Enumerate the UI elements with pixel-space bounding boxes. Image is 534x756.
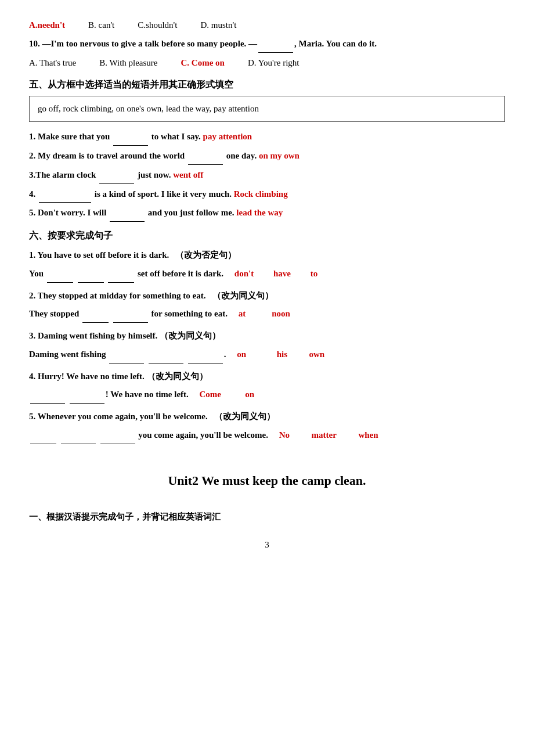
section5-title: 五、从方框中选择适当的短语并用其正确形式填空 bbox=[29, 79, 505, 91]
q10-blank bbox=[258, 36, 293, 53]
section6-title: 六、按要求完成句子 bbox=[29, 230, 505, 242]
s6-q2-original: 2. They stopped at midday for something … bbox=[29, 287, 505, 304]
s6-q4-ans2: on bbox=[245, 390, 254, 399]
phrase-box: go off, rock climbing, on one's own, lea… bbox=[29, 96, 505, 122]
q10-opt-d: D. You're right bbox=[248, 55, 300, 71]
unit-title: Unit2 We must keep the camp clean. bbox=[29, 473, 505, 488]
s6-q1-original: 1. You have to set off before it is dark… bbox=[29, 247, 505, 264]
s5-q3-answer: went off bbox=[173, 170, 203, 179]
s5-q2-answer: on my own bbox=[259, 151, 300, 160]
s5-q4-answer: Rock climbing bbox=[234, 189, 288, 199]
s6-q4-ans1: Come bbox=[200, 390, 222, 399]
s5-q5-blank bbox=[110, 205, 145, 222]
q10-opt-c: C. Come on bbox=[181, 55, 225, 71]
s6-q3-answer-row: Daming went fishing . on his own bbox=[29, 347, 505, 363]
s6-q2-ans1: at bbox=[239, 309, 246, 318]
option-b-cant: B. can't bbox=[88, 17, 114, 34]
option-c-shouldnt: C.shouldn't bbox=[138, 17, 177, 34]
s6-q1-blank3 bbox=[108, 266, 134, 283]
s6-q3-original: 3. Daming went fishing by himself. （改为同义… bbox=[29, 327, 505, 344]
section1-title: 一、根据汉语提示完成句子，并背记相应英语词汇 bbox=[29, 512, 505, 523]
s6-q3-ans3: own bbox=[309, 350, 324, 359]
s6-q2-blank2 bbox=[113, 306, 148, 323]
q10-text: 10. —I'm too nervous to give a talk befo… bbox=[29, 39, 377, 48]
s5-q3-blank bbox=[99, 167, 134, 184]
s6-q1-ans1: don't bbox=[234, 269, 254, 278]
page-number: 3 bbox=[29, 540, 505, 550]
s5-q1: 1. Make sure that you to what I say. pay… bbox=[29, 129, 505, 146]
q10-opt-b: B. With pleasure bbox=[99, 55, 157, 71]
s5-q5-answer: lead the way bbox=[236, 208, 283, 217]
s6-q4-blank2 bbox=[70, 387, 104, 404]
s6-q5-ans2: matter bbox=[312, 430, 337, 440]
s6-q5-blank1 bbox=[30, 427, 56, 444]
s6-q5-blank2 bbox=[61, 427, 96, 444]
s5-q2-blank bbox=[188, 148, 223, 165]
s6-q2-ans2: noon bbox=[272, 309, 290, 318]
box-content: go off, rock climbing, on one's own, lea… bbox=[38, 104, 259, 113]
s6-q5-blank3 bbox=[100, 427, 135, 444]
s5-q3: 3.The alarm clock just now. went off bbox=[29, 167, 505, 184]
s6-q3-blank1 bbox=[109, 347, 144, 363]
s6-q2-blank1 bbox=[82, 306, 109, 323]
s6-q5-answer-row: you come again, you'll be welcome. No ma… bbox=[29, 427, 505, 444]
s6-q1-blank2 bbox=[78, 266, 104, 283]
s6-q1-answer-row: You set off before it is dark. don't hav… bbox=[29, 266, 505, 283]
s5-q4: 4. is a kind of sport. I like it very mu… bbox=[29, 186, 505, 203]
option-d-mustnt: D. mustn't bbox=[200, 17, 236, 34]
s6-q1-blank1 bbox=[47, 266, 73, 283]
s6-q4-answer-row: ! We have no time left. Come on bbox=[29, 387, 505, 404]
s5-q1-answer: pay attention bbox=[203, 132, 252, 141]
q10-options-row: A. That's true B. With pleasure C. Come … bbox=[29, 55, 505, 71]
s6-q3-blank2 bbox=[149, 347, 183, 363]
s6-q1-ans3: to bbox=[311, 269, 318, 278]
top-options-row: A.needn't B. can't C.shouldn't D. mustn'… bbox=[29, 17, 505, 34]
s5-q5: 5. Don't worry. I will and you just foll… bbox=[29, 205, 505, 222]
s5-q2: 2. My dream is to travel around the worl… bbox=[29, 148, 505, 165]
s6-q1-ans2: have bbox=[273, 269, 291, 278]
s5-q4-blank bbox=[39, 186, 91, 203]
s6-q5-ans1: No bbox=[279, 430, 290, 440]
question-10: 10. —I'm too nervous to give a talk befo… bbox=[29, 36, 505, 53]
s6-q5-original: 5. Whenever you come again, you'll be we… bbox=[29, 408, 505, 425]
option-a-neednt: A.needn't bbox=[29, 17, 65, 34]
s6-q4-blank1 bbox=[30, 387, 65, 404]
s5-q1-blank bbox=[113, 129, 148, 146]
s6-q4-original: 4. Hurry! We have no time left. （改为同义句） bbox=[29, 368, 505, 385]
q10-opt-a: A. That's true bbox=[29, 55, 76, 71]
s6-q5-ans3: when bbox=[358, 430, 378, 440]
s6-q3-ans2: his bbox=[277, 350, 287, 359]
s6-q3-blank3 bbox=[188, 347, 223, 363]
s6-q3-ans1: on bbox=[237, 350, 246, 359]
s6-q2-answer-row: They stopped for something to eat. at no… bbox=[29, 306, 505, 323]
